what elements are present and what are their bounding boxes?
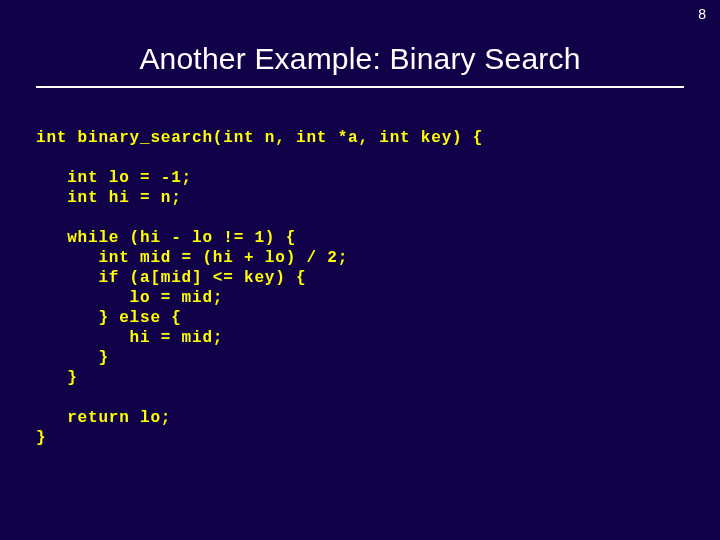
code-line: } [36,349,109,367]
code-line: int mid = (hi + lo) / 2; [36,249,348,267]
code-line: } [36,369,78,387]
code-line: lo = mid; [36,289,223,307]
code-line: if (a[mid] <= key) { [36,269,306,287]
code-line: int binary_search(int n, int *a, int key… [36,129,483,147]
code-line: return lo; [36,409,171,427]
slide-title: Another Example: Binary Search [0,42,720,76]
code-line: } [36,429,46,447]
code-line: } else { [36,309,182,327]
code-block: int binary_search(int n, int *a, int key… [36,128,720,448]
code-line: int hi = n; [36,189,182,207]
slide-number: 8 [698,6,706,22]
code-line: int lo = -1; [36,169,192,187]
title-divider [36,86,684,88]
code-line: hi = mid; [36,329,223,347]
code-line: while (hi - lo != 1) { [36,229,296,247]
